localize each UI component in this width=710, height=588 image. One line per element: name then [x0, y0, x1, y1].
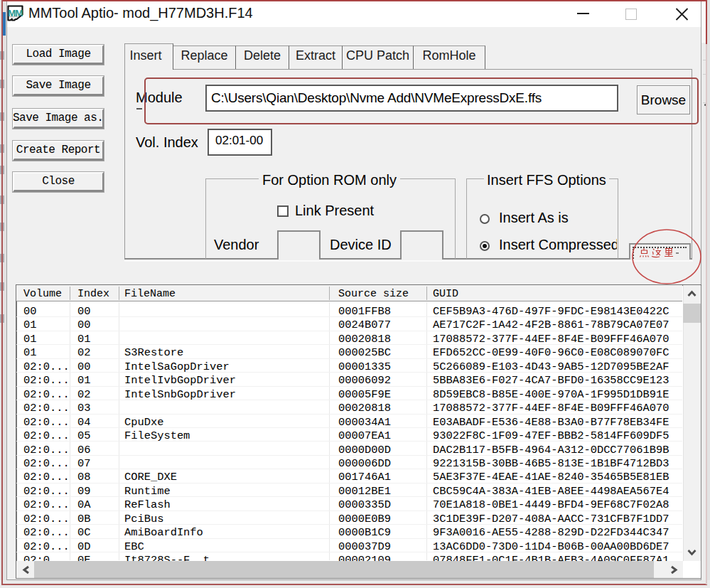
svg-text:MM: MM: [8, 8, 23, 18]
